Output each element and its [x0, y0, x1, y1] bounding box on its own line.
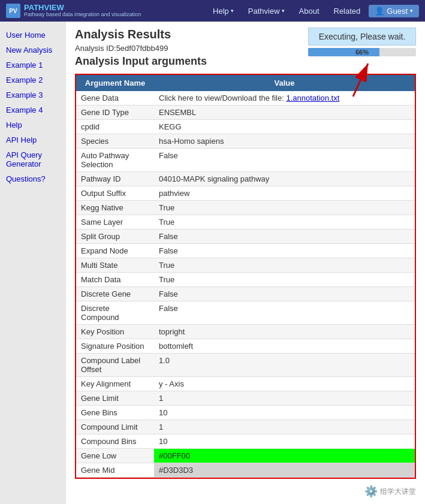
navbar-pathview[interactable]: Pathview ▾ [242, 4, 291, 18]
arg-name: Key Alignment [76, 377, 154, 391]
navbar-logo: PV PATHVIEW Pathway based data integrati… [6, 4, 141, 18]
arg-value: 1 [154, 391, 415, 406]
arg-value: 04010-MAPK signaling pathway [154, 172, 415, 186]
arg-name: Auto Pathway Selection [76, 149, 154, 172]
svg-line-1 [353, 64, 368, 96]
navbar-related[interactable]: Related [328, 4, 367, 18]
navbar: PV PATHVIEW Pathway based data integrati… [0, 0, 425, 22]
sidebar-item-example4[interactable]: Example 4 [0, 102, 66, 117]
sidebar-item-user-home[interactable]: User Home [0, 28, 66, 43]
table-row: Specieshsa-Homo sapiens [76, 134, 415, 149]
user-icon: 👤 [375, 7, 384, 16]
main-content: Analysis Results Analysis ID:5edf07fdbb4… [66, 22, 425, 504]
guest-button[interactable]: 👤 Guest ▾ [369, 5, 419, 17]
arg-name: Discrete Compound [76, 301, 154, 325]
navbar-links: Help ▾ Pathview ▾ About Related 👤 Guest … [207, 4, 419, 18]
arg-name: Compound Bins [76, 434, 154, 449]
arg-name: Key Position [76, 325, 154, 339]
status-text: Executing, Please wait. [308, 28, 416, 46]
status-box: Executing, Please wait. 66% [308, 28, 416, 56]
table-row: Auto Pathway SelectionFalse [76, 149, 415, 172]
table-row: Same LayerTrue [76, 215, 415, 230]
arg-value: False [154, 301, 415, 325]
logo-text: PATHVIEW Pathway based data integration … [24, 4, 141, 18]
table-row: Compound Bins10 [76, 434, 415, 449]
watermark-icon: ⚙️ [364, 485, 378, 498]
arg-name: Compound Limit [76, 420, 154, 434]
arguments-table: Argument Name Value Gene DataClick here … [76, 75, 415, 478]
arg-value: True [154, 258, 415, 273]
arg-value: ENSEMBL [154, 105, 415, 120]
sidebar-item-questions[interactable]: Questions? [0, 171, 66, 186]
table-row: Key Positiontopright [76, 325, 415, 339]
sidebar-item-help[interactable]: Help [0, 117, 66, 132]
arg-name: Gene Low [76, 449, 154, 463]
table-row: Gene Limit1 [76, 391, 415, 406]
arg-value: #D3D3D3 [154, 463, 415, 478]
table-row: Signature Positionbottomleft [76, 339, 415, 354]
sidebar-item-api-query[interactable]: API Query Generator [0, 147, 66, 171]
sidebar-item-api-help[interactable]: API Help [0, 132, 66, 147]
arg-name: Gene Mid [76, 463, 154, 478]
arg-name: Kegg Native [76, 201, 154, 215]
arg-name: Split Group [76, 230, 154, 244]
table-row: Gene Low#00FF00 [76, 449, 415, 463]
navbar-about[interactable]: About [293, 4, 325, 18]
arg-name: Output Suffix [76, 186, 154, 201]
data-table-wrapper: Argument Name Value Gene DataClick here … [75, 74, 416, 479]
table-row: Discrete CompoundFalse [76, 301, 415, 325]
table-row: Pathway ID04010-MAPK signaling pathway [76, 172, 415, 186]
arg-value: #00FF00 [154, 449, 415, 463]
table-row: Gene Mid#D3D3D3 [76, 463, 415, 478]
arg-name: Gene ID Type [76, 105, 154, 120]
arg-name: Pathway ID [76, 172, 154, 186]
caret-icon: ▾ [282, 8, 285, 14]
table-row: Gene Bins10 [76, 406, 415, 420]
table-row: Compound Limit1 [76, 420, 415, 434]
watermark-text: 组学大讲堂 [380, 487, 416, 497]
sidebar-item-example1[interactable]: Example 1 [0, 58, 66, 73]
arg-value: False [154, 230, 415, 244]
arg-name: Discrete Gene [76, 287, 154, 301]
arg-value: topright [154, 325, 415, 339]
table-row: Discrete GeneFalse [76, 287, 415, 301]
progress-bar-container: 66% [308, 48, 416, 56]
table-row: Kegg NativeTrue [76, 201, 415, 215]
sidebar-item-example3[interactable]: Example 3 [0, 87, 66, 102]
arg-name: Compound Label Offset [76, 354, 154, 377]
watermark: ⚙️ 组学大讲堂 [364, 485, 416, 498]
arg-value[interactable]: Click here to view/Download the file: 1.… [154, 91, 415, 105]
arg-value: y - Axis [154, 377, 415, 391]
arg-name: Multi State [76, 258, 154, 273]
sidebar-item-example2[interactable]: Example 2 [0, 73, 66, 87]
table-row: Expand NodeFalse [76, 244, 415, 258]
file-link[interactable]: 1.annotation.txt [286, 93, 339, 102]
arg-value: bottomleft [154, 339, 415, 354]
arg-value: pathview [154, 186, 415, 201]
arg-value: True [154, 201, 415, 215]
main-layout: User Home New Analysis Example 1 Example… [0, 22, 425, 504]
arg-value: False [154, 149, 415, 172]
table-row: Multi StateTrue [76, 258, 415, 273]
arg-name: Same Layer [76, 215, 154, 230]
progress-label: 66% [308, 48, 416, 56]
arg-value: 1.0 [154, 354, 415, 377]
arg-value: False [154, 244, 415, 258]
arg-name: Match Data [76, 273, 154, 287]
arrow-indicator [335, 58, 371, 105]
table-row: Split GroupFalse [76, 230, 415, 244]
arg-name: Expand Node [76, 244, 154, 258]
arg-value: hsa-Homo sapiens [154, 134, 415, 149]
arg-name: Gene Bins [76, 406, 154, 420]
arg-value: 10 [154, 434, 415, 449]
arg-value: 10 [154, 406, 415, 420]
caret-icon: ▾ [410, 8, 413, 14]
arg-value: True [154, 215, 415, 230]
navbar-help[interactable]: Help ▾ [207, 4, 240, 18]
sidebar-item-new-analysis[interactable]: New Analysis [0, 43, 66, 58]
arg-name: Species [76, 134, 154, 149]
arg-value: 1 [154, 420, 415, 434]
logo-subtitle: Pathway based data integration and visua… [24, 12, 141, 18]
arg-name: Gene Data [76, 91, 154, 105]
col-header-value: Value [154, 75, 415, 91]
